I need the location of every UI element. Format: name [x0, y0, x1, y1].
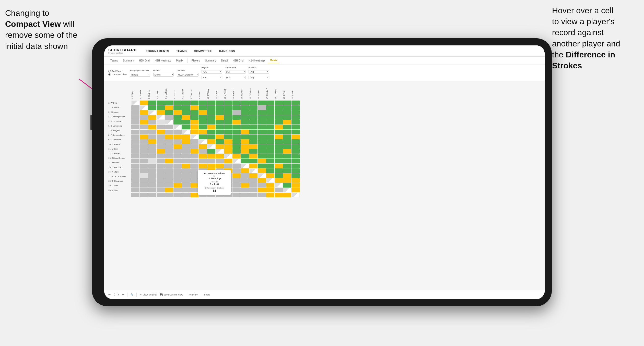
cell-12-12[interactable] [224, 154, 232, 158]
cell-9-15[interactable] [249, 139, 257, 144]
cell-8-17[interactable] [266, 134, 274, 139]
cell-19-5[interactable] [165, 188, 173, 192]
cell-1-19[interactable] [283, 101, 291, 105]
cell-5-12[interactable] [224, 120, 232, 125]
cell-16-1[interactable] [131, 173, 139, 178]
cell-4-7[interactable] [182, 115, 190, 120]
cell-5-7[interactable] [182, 120, 190, 125]
sub-tab-h2h-heatmap-l[interactable]: H2H Heatmap [153, 58, 173, 63]
cell-9-10[interactable] [207, 139, 215, 144]
cell-4-18[interactable] [275, 115, 283, 120]
cell-18-17[interactable] [266, 183, 274, 188]
cell-17-3[interactable] [148, 178, 156, 183]
cell-2-19[interactable] [283, 105, 291, 110]
cell-9-5[interactable] [165, 139, 173, 144]
cell-10-8[interactable] [190, 144, 198, 149]
cell-4-9[interactable] [199, 115, 207, 120]
cell-14-12[interactable] [224, 164, 232, 168]
sub-tab-players[interactable]: Players [190, 58, 202, 63]
cell-4-11[interactable] [216, 115, 224, 120]
cell-14-7[interactable] [182, 164, 190, 168]
cell-17-20[interactable] [291, 178, 300, 183]
cell-5-5[interactable] [165, 120, 173, 125]
division-select[interactable]: NCAA Division I [177, 73, 198, 77]
cell-1-9[interactable] [199, 101, 207, 105]
cell-13-8[interactable] [190, 159, 198, 163]
cell-6-1[interactable] [131, 125, 139, 129]
cell-20-19[interactable] [283, 193, 291, 197]
cell-18-13[interactable] [232, 183, 241, 188]
cell-13-9[interactable] [199, 159, 207, 163]
cell-6-18[interactable] [275, 125, 283, 129]
cell-14-1[interactable] [131, 164, 139, 168]
cell-11-14[interactable] [241, 149, 249, 154]
cell-7-12[interactable] [224, 130, 232, 134]
cell-16-7[interactable] [182, 173, 190, 178]
cell-20-2[interactable] [140, 193, 148, 197]
cell-7-17[interactable] [266, 130, 274, 134]
cell-11-20[interactable] [291, 149, 300, 154]
sub-tab-h2h-grid-r[interactable]: H2H Grid [231, 58, 245, 63]
cell-1-18[interactable] [275, 101, 283, 105]
cell-19-20[interactable] [291, 188, 300, 192]
cell-8-4[interactable] [157, 134, 165, 139]
cell-13-18[interactable] [275, 159, 283, 163]
cell-10-6[interactable] [173, 144, 182, 149]
cell-12-11[interactable] [216, 154, 224, 158]
region-select[interactable]: N/A [202, 70, 222, 74]
cell-14-6[interactable] [173, 164, 182, 168]
cell-7-18[interactable] [275, 130, 283, 134]
cell-11-18[interactable] [275, 149, 283, 154]
cell-20-1[interactable] [131, 193, 139, 197]
cell-3-11[interactable] [216, 110, 224, 115]
cell-20-8[interactable] [190, 193, 198, 197]
cell-13-6[interactable] [173, 159, 182, 163]
cell-16-15[interactable] [249, 173, 257, 178]
cell-12-18[interactable] [275, 154, 283, 158]
sub-tab-summary-r[interactable]: Summary [203, 58, 218, 63]
cell-16-16[interactable] [258, 173, 266, 178]
cell-2-14[interactable] [241, 105, 249, 110]
cell-6-4[interactable] [157, 125, 165, 129]
cell-18-16[interactable] [258, 183, 266, 188]
cell-20-18[interactable] [275, 193, 283, 197]
cell-1-10[interactable] [207, 101, 215, 105]
cell-10-1[interactable] [131, 144, 139, 149]
cell-3-17[interactable] [266, 110, 274, 115]
cell-3-6[interactable] [173, 110, 182, 115]
cell-17-18[interactable] [275, 178, 283, 183]
cell-12-19[interactable] [283, 154, 291, 158]
cell-7-5[interactable] [165, 130, 173, 134]
cell-5-13[interactable] [232, 120, 241, 125]
cell-3-10[interactable] [207, 110, 215, 115]
cell-18-3[interactable] [148, 183, 156, 188]
cell-8-11[interactable] [216, 134, 224, 139]
cell-15-6[interactable] [173, 168, 182, 173]
cell-17-15[interactable] [249, 178, 257, 183]
cell-13-7[interactable] [182, 159, 190, 163]
cell-8-1[interactable] [131, 134, 139, 139]
cell-1-11[interactable] [216, 101, 224, 105]
cell-4-8[interactable] [190, 115, 198, 120]
cell-19-19[interactable] [283, 188, 291, 192]
cell-14-4[interactable] [157, 164, 165, 168]
cell-17-4[interactable] [157, 178, 165, 183]
cell-1-20[interactable] [291, 101, 300, 105]
cell-8-5[interactable] [165, 134, 173, 139]
sub-tab-h2h-heatmap-r[interactable]: H2H Heatmap [247, 58, 267, 63]
cell-18-2[interactable] [140, 183, 148, 188]
cell-16-18[interactable] [275, 173, 283, 178]
cell-19-17[interactable] [266, 188, 274, 192]
cell-15-2[interactable] [140, 168, 148, 173]
cell-11-11[interactable] [216, 149, 224, 154]
cell-2-6[interactable] [173, 105, 182, 110]
cell-12-20[interactable] [291, 154, 300, 158]
cell-13-19[interactable] [283, 159, 291, 163]
cell-7-1[interactable] [131, 130, 139, 134]
cell-12-5[interactable] [165, 154, 173, 158]
cell-9-20[interactable] [291, 139, 300, 144]
cell-1-2[interactable] [140, 101, 148, 105]
cell-19-1[interactable] [131, 188, 139, 192]
cell-9-11[interactable] [216, 139, 224, 144]
cell-5-1[interactable] [131, 120, 139, 125]
